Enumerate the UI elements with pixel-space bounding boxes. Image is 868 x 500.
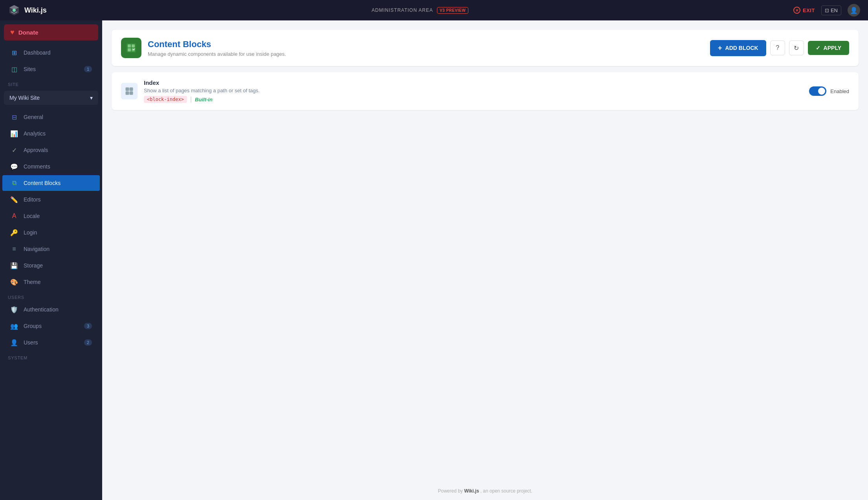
logo-text: Wiki.js [24, 6, 47, 15]
svg-rect-3 [132, 44, 135, 48]
comments-icon: 💬 [10, 163, 18, 170]
page-subtitle: Manage dynamic components available for … [148, 51, 710, 57]
chevron-down-icon: ▾ [90, 95, 93, 101]
sidebar-label-approvals: Approvals [24, 147, 48, 153]
logo[interactable]: Wiki.js [8, 4, 47, 16]
section-system: System [0, 351, 102, 362]
approvals-icon: ✓ [10, 146, 18, 154]
sidebar-item-authentication[interactable]: 🛡️ Authentication [2, 302, 100, 317]
sidebar-item-storage[interactable]: 💾 Storage [2, 258, 100, 273]
sidebar-item-analytics[interactable]: 📊 Analytics [2, 126, 100, 141]
help-button[interactable]: ? [770, 40, 785, 55]
v3-badge: v3 Preview [437, 7, 468, 14]
help-icon: ? [776, 44, 779, 51]
refresh-button[interactable]: ↻ [789, 40, 804, 55]
sidebar-label-sites: Sites [24, 66, 36, 72]
block-index-tags: <block-index> | Built-in [144, 96, 809, 103]
sidebar-label-storage: Storage [24, 262, 43, 269]
sidebar-item-content-blocks[interactable]: ⧉ Content Blocks [2, 175, 100, 191]
svg-rect-4 [128, 48, 131, 51]
section-users: Users [0, 290, 102, 301]
logo-icon [8, 4, 20, 16]
storage-icon: 💾 [10, 262, 18, 269]
svg-rect-9 [130, 92, 133, 95]
footer-text: Powered by [438, 488, 462, 494]
sidebar-label-navigation: Navigation [24, 246, 50, 252]
block-index-toggle[interactable] [809, 86, 826, 96]
auth-icon: 🛡️ [10, 306, 18, 313]
sidebar-item-comments[interactable]: 💬 Comments [2, 159, 100, 174]
sidebar-label-content-blocks: Content Blocks [24, 180, 61, 186]
dashboard-icon: ⊞ [10, 49, 18, 57]
sidebar-item-users[interactable]: 👤 Users 2 [2, 335, 100, 350]
topnav: Wiki.js ADMINISTRATION AREA v3 Preview ✕… [0, 0, 868, 20]
block-index-info: Index Show a list of pages matching a pa… [144, 79, 809, 103]
svg-rect-7 [130, 88, 133, 91]
svg-rect-2 [128, 44, 131, 48]
language-button[interactable]: ⊡ EN [821, 5, 841, 15]
sidebar-label-comments: Comments [24, 163, 50, 170]
page-header-text: Content Blocks Manage dynamic components… [148, 39, 710, 57]
sidebar-item-editors[interactable]: ✏️ Editors [2, 192, 100, 207]
block-index-builtin: Built-in [195, 97, 213, 103]
refresh-icon: ↻ [794, 44, 799, 52]
footer-brand[interactable]: Wiki.js [464, 488, 479, 494]
block-index-title: Index [144, 79, 809, 86]
plus-icon: + [718, 44, 722, 52]
tag-divider: | [190, 96, 192, 103]
svg-rect-6 [126, 88, 129, 91]
analytics-icon: 📊 [10, 130, 18, 137]
block-index-desc: Show a list of pages matching a path or … [144, 88, 809, 93]
exit-button[interactable]: ✕ EXIT [793, 7, 815, 14]
topnav-right: ✕ EXIT ⊡ EN 👤 [793, 4, 860, 16]
sidebar-item-theme[interactable]: 🎨 Theme [2, 274, 100, 290]
sidebar-label-locale: Locale [24, 213, 40, 219]
sidebar-item-approvals[interactable]: ✓ Approvals [2, 142, 100, 158]
sidebar-item-general[interactable]: ⊟ General [2, 109, 100, 125]
users-badge: 2 [84, 339, 92, 346]
user-avatar[interactable]: 👤 [848, 4, 860, 16]
user-icon: 👤 [850, 7, 858, 14]
sidebar-item-locale[interactable]: A Locale [2, 208, 100, 224]
admin-label: ADMINISTRATION AREA [372, 7, 433, 13]
sidebar-label-authentication: Authentication [24, 306, 59, 313]
sites-icon: ◫ [10, 65, 18, 73]
sidebar-item-login[interactable]: 🔑 Login [2, 225, 100, 240]
page-title: Content Blocks [148, 39, 710, 49]
lang-icon: ⊡ [825, 7, 829, 13]
topnav-center: ADMINISTRATION AREA v3 Preview [372, 7, 468, 14]
navigation-icon: ≡ [10, 245, 18, 253]
sidebar-item-dashboard[interactable]: ⊞ Dashboard [2, 45, 100, 60]
sidebar-label-theme: Theme [24, 279, 41, 285]
svg-point-0 [13, 9, 16, 12]
users-icon: 👤 [10, 339, 18, 346]
check-icon: ✓ [816, 45, 820, 51]
sidebar-item-navigation[interactable]: ≡ Navigation [2, 241, 100, 257]
content-blocks-header-icon [126, 42, 137, 53]
sidebar-label-editors: Editors [24, 196, 41, 203]
sidebar-item-sites[interactable]: ◫ Sites 1 [2, 61, 100, 77]
page-header-actions: + ADD BLOCK ? ↻ ✓ APPLY [710, 40, 849, 56]
block-card-index: Index Show a list of pages matching a pa… [112, 72, 859, 110]
exit-icon: ✕ [793, 7, 800, 14]
footer-suffix: , an open source project. [480, 488, 532, 494]
donate-label: Donate [18, 29, 39, 36]
block-index-toggle-container: Enabled [809, 86, 849, 96]
sidebar-label-users: Users [24, 339, 38, 346]
sidebar-label-dashboard: Dashboard [24, 49, 51, 56]
block-index-enabled-label: Enabled [830, 88, 849, 94]
apply-label: APPLY [824, 45, 841, 51]
sidebar-item-groups[interactable]: 👥 Groups 3 [2, 318, 100, 334]
section-site: Site [0, 77, 102, 88]
site-name: My Wiki Site [9, 95, 40, 101]
sidebar: ♥ Donate ⊞ Dashboard ◫ Sites 1 Site My W… [0, 20, 102, 500]
apply-button[interactable]: ✓ APPLY [808, 41, 849, 55]
groups-badge: 3 [84, 323, 92, 329]
donate-button[interactable]: ♥ Donate [4, 24, 98, 40]
add-block-button[interactable]: + ADD BLOCK [710, 40, 766, 56]
theme-icon: 🎨 [10, 278, 18, 286]
heart-icon: ♥ [10, 28, 15, 37]
content-area: Content Blocks Manage dynamic components… [102, 20, 868, 500]
sites-badge: 1 [84, 66, 92, 72]
site-selector[interactable]: My Wiki Site ▾ [4, 91, 98, 105]
